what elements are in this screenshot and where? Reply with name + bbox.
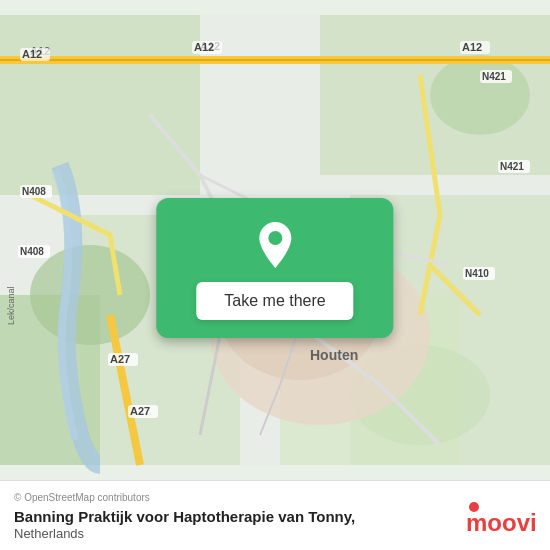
svg-text:Houten: Houten: [310, 347, 358, 363]
svg-point-36: [268, 231, 282, 245]
svg-text:A27: A27: [110, 353, 130, 365]
info-bar: © OpenStreetMap contributors Banning Pra…: [0, 480, 550, 550]
place-country: Netherlands: [14, 526, 450, 541]
svg-text:N421: N421: [500, 161, 524, 172]
svg-text:N421: N421: [482, 71, 506, 82]
moovit-logo: moovit: [466, 499, 536, 535]
svg-text:N408: N408: [22, 186, 46, 197]
svg-text:A12: A12: [22, 48, 42, 60]
attribution-text: © OpenStreetMap contributors: [14, 492, 450, 503]
svg-text:A12: A12: [194, 41, 214, 53]
svg-point-9: [430, 55, 530, 135]
svg-text:N408: N408: [20, 246, 44, 257]
take-me-there-button[interactable]: Take me there: [196, 282, 353, 320]
svg-text:moovit: moovit: [466, 509, 536, 535]
svg-text:A27: A27: [130, 405, 150, 417]
svg-point-6: [30, 245, 150, 345]
green-card: Take me there: [156, 198, 393, 338]
svg-rect-1: [0, 15, 200, 195]
moovit-logo-svg: moovit: [466, 499, 536, 535]
button-overlay: Take me there: [156, 198, 393, 338]
place-name: Banning Praktijk voor Haptotherapie van …: [14, 507, 450, 527]
svg-text:N410: N410: [465, 268, 489, 279]
info-left: © OpenStreetMap contributors Banning Pra…: [14, 492, 450, 542]
svg-text:A12: A12: [462, 41, 482, 53]
app-container: A12 A12 A12 A12 A12 A27 A27 N408 N408 N4…: [0, 0, 550, 550]
map-area[interactable]: A12 A12 A12 A12 A12 A27 A27 N408 N408 N4…: [0, 0, 550, 480]
svg-text:Lek/canal: Lek/canal: [6, 286, 16, 325]
location-pin-icon: [253, 220, 297, 270]
